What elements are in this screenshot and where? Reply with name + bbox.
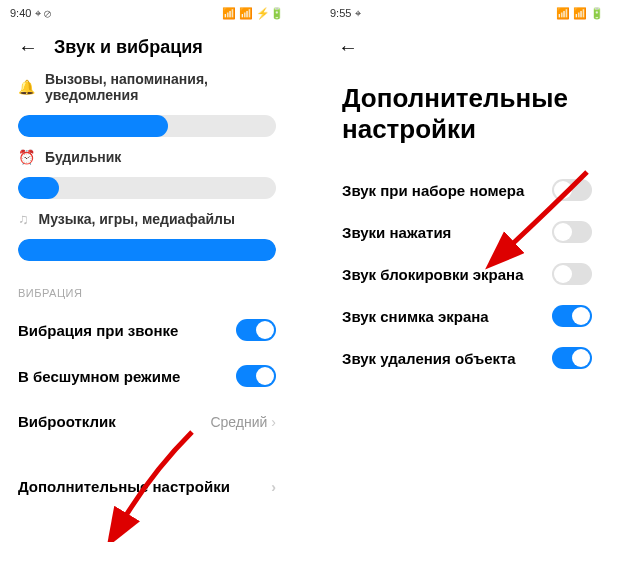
chevron-right-icon: › (271, 414, 276, 430)
toggle-switch[interactable] (552, 347, 592, 369)
volume-slider-calls[interactable] (18, 115, 276, 137)
back-arrow-icon[interactable]: ← (338, 36, 358, 59)
toggle-dial-pad-sound: Звук при наборе номера (322, 169, 612, 211)
header: ← (322, 24, 612, 67)
music-icon: ♫ (18, 211, 29, 227)
status-bar: 9:40 ⌖ ⊘ 📶 📶 ⚡🔋 (2, 2, 292, 24)
bell-icon: 🔔 (18, 79, 35, 95)
nav-label: Дополнительные настройки (18, 478, 230, 495)
chevron-right-icon: › (271, 479, 276, 495)
nav-label: Виброотклик (18, 413, 116, 430)
status-time: 9:40 (10, 7, 31, 19)
toggle-label: В бесшумном режиме (18, 368, 180, 385)
status-icon-left: ⌖ ⊘ (35, 7, 51, 20)
volume-slider-alarm[interactable] (18, 177, 276, 199)
toggle-switch[interactable] (552, 305, 592, 327)
status-icons-right: 📶 📶 🔋 (556, 7, 604, 20)
nav-value: Средний (210, 414, 267, 430)
toggle-label: Звук блокировки экрана (342, 266, 524, 283)
phone-left: 9:40 ⌖ ⊘ 📶 📶 ⚡🔋 ← Звук и вибрация 🔔 Вызо… (2, 2, 292, 560)
toggle-switch[interactable] (552, 179, 592, 201)
toggle-tap-sounds: Звуки нажатия (322, 211, 612, 253)
toggle-delete-sound: Звук удаления объекта (322, 337, 612, 379)
slider-label: Вызовы, напоминания, уведомления (45, 71, 276, 103)
toggle-label: Звук снимка экрана (342, 308, 489, 325)
toggle-screenshot-sound: Звук снимка экрана (322, 295, 612, 337)
toggle-label: Звуки нажатия (342, 224, 451, 241)
nav-additional-settings[interactable]: Дополнительные настройки › (2, 464, 292, 509)
slider-calls: 🔔 Вызовы, напоминания, уведомления (2, 67, 292, 145)
toggle-screen-lock-sound: Звук блокировки экрана (322, 253, 612, 295)
section-vibration: ВИБРАЦИЯ (2, 269, 292, 307)
toggle-vibrate-on-call: Вибрация при звонке (2, 307, 292, 353)
toggle-switch[interactable] (236, 365, 276, 387)
slider-media: ♫ Музыка, игры, медиафайлы (2, 207, 292, 269)
status-time: 9:55 (330, 7, 351, 19)
toggle-switch[interactable] (552, 221, 592, 243)
back-arrow-icon[interactable]: ← (18, 36, 38, 59)
phone-right: 9:55 ⌖ 📶 📶 🔋 ← Дополнительные настройки … (322, 2, 612, 560)
toggle-switch[interactable] (236, 319, 276, 341)
alarm-icon: ⏰ (18, 149, 35, 165)
page-title: Дополнительные настройки (322, 67, 612, 169)
slider-alarm: ⏰ Будильник (2, 145, 292, 207)
slider-label: Будильник (45, 149, 121, 165)
slider-label: Музыка, игры, медиафайлы (39, 211, 235, 227)
toggle-silent-mode: В бесшумном режиме (2, 353, 292, 399)
toggle-label: Звук при наборе номера (342, 182, 524, 199)
toggle-label: Звук удаления объекта (342, 350, 516, 367)
status-icon-left: ⌖ (355, 7, 361, 20)
toggle-label: Вибрация при звонке (18, 322, 178, 339)
header: ← Звук и вибрация (2, 24, 292, 67)
status-bar: 9:55 ⌖ 📶 📶 🔋 (322, 2, 612, 24)
nav-haptic-feedback[interactable]: Виброотклик Средний › (2, 399, 292, 444)
volume-slider-media[interactable] (18, 239, 276, 261)
toggle-switch[interactable] (552, 263, 592, 285)
status-icons-right: 📶 📶 ⚡🔋 (222, 7, 284, 20)
page-title: Звук и вибрация (54, 37, 203, 58)
